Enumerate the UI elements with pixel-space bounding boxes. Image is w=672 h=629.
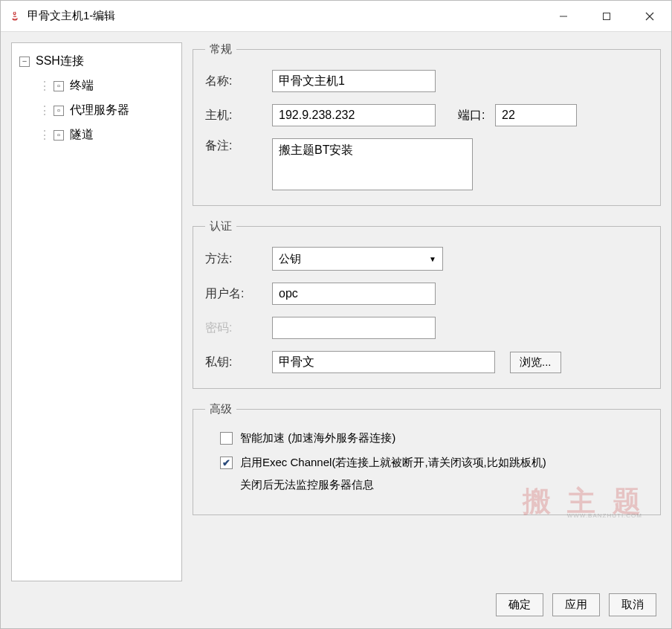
exec-channel-checkbox[interactable] <box>220 457 233 469</box>
tree-item-tunnel[interactable]: ⋮ ▫ 隧道 <box>15 123 178 147</box>
username-input[interactable] <box>272 283 436 305</box>
privatekey-input[interactable] <box>272 351 495 373</box>
apply-button[interactable]: 应用 <box>552 593 600 616</box>
accel-label: 智能加速 (加速海外服务器连接) <box>240 430 395 447</box>
accel-checkbox[interactable] <box>220 432 233 445</box>
tree-label: 代理服务器 <box>70 103 129 118</box>
chevron-down-icon: ▼ <box>429 255 436 263</box>
exec-note: 关闭后无法监控服务器信息 <box>205 478 648 492</box>
remark-label: 备注: <box>205 138 272 154</box>
user-label: 用户名: <box>205 286 272 302</box>
tree-root-ssh[interactable]: − SSH连接 <box>15 49 178 74</box>
leaf-icon: ▫ <box>54 81 64 91</box>
window: 甲骨文主机1-编辑 − SSH连接 ⋮ ▫ 终端 ⋮ <box>0 0 672 629</box>
remark-textarea[interactable] <box>272 138 473 190</box>
watermark-url: WWW.BANZHUTI.COM <box>567 512 642 519</box>
legend-auth: 认证 <box>205 219 236 233</box>
titlebar: 甲骨文主机1-编辑 <box>1 1 671 32</box>
method-value: 公钥 <box>279 252 301 266</box>
tree-connector-icon: ⋮ <box>39 128 51 142</box>
fieldset-auth: 认证 方法: 公钥 ▼ 用户名: 密码: 私钥: <box>193 219 661 389</box>
port-input[interactable] <box>495 104 577 126</box>
collapse-icon: − <box>19 57 30 67</box>
tree-connector-icon: ⋮ <box>39 103 51 117</box>
host-input[interactable] <box>272 104 436 126</box>
java-app-icon <box>8 10 22 23</box>
legend-general: 常规 <box>205 42 236 57</box>
content-area: − SSH连接 ⋮ ▫ 终端 ⋮ ▫ 代理服务器 ⋮ ▫ 隧道 常规 <box>1 32 671 581</box>
name-input[interactable] <box>272 70 436 92</box>
name-label: 名称: <box>205 74 272 89</box>
host-label: 主机: <box>205 108 272 123</box>
dialog-footer: 确定 应用 取消 <box>1 581 671 628</box>
sidebar-tree: − SSH连接 ⋮ ▫ 终端 ⋮ ▫ 代理服务器 ⋮ ▫ 隧道 <box>11 42 182 581</box>
method-label: 方法: <box>205 251 272 267</box>
window-controls <box>542 1 671 31</box>
tree-item-proxy[interactable]: ⋮ ▫ 代理服务器 <box>15 98 178 123</box>
tree-root-label: SSH连接 <box>36 54 84 69</box>
tree-connector-icon: ⋮ <box>39 79 51 93</box>
tree-item-terminal[interactable]: ⋮ ▫ 终端 <box>15 74 178 98</box>
leaf-icon: ▫ <box>54 130 64 141</box>
port-label: 端口: <box>458 108 495 123</box>
privatekey-label: 私钥: <box>205 355 272 370</box>
ok-button[interactable]: 确定 <box>496 593 543 616</box>
window-title: 甲骨文主机1-编辑 <box>28 9 115 23</box>
browse-button[interactable]: 浏览... <box>510 352 561 373</box>
exec-label: 启用Exec Channel(若连接上就被断开,请关闭该项,比如跳板机) <box>240 454 546 471</box>
maximize-button[interactable] <box>585 1 628 31</box>
fieldset-advanced: 高级 智能加速 (加速海外服务器连接) 启用Exec Channel(若连接上就… <box>193 402 661 515</box>
password-input[interactable] <box>272 317 436 339</box>
leaf-icon: ▫ <box>54 106 64 116</box>
svg-rect-1 <box>604 13 610 19</box>
legend-advanced: 高级 <box>205 402 236 416</box>
tree-label: 终端 <box>70 78 94 94</box>
tree-label: 隧道 <box>70 127 94 143</box>
password-label: 密码: <box>205 320 272 336</box>
close-button[interactable] <box>628 1 671 31</box>
fieldset-general: 常规 名称: 主机: 端口: 备注: <box>193 42 661 206</box>
main-panel: 常规 名称: 主机: 端口: 备注: 认证 <box>193 42 661 581</box>
cancel-button[interactable]: 取消 <box>609 593 656 616</box>
method-dropdown[interactable]: 公钥 ▼ <box>272 247 443 271</box>
minimize-button[interactable] <box>542 1 585 31</box>
